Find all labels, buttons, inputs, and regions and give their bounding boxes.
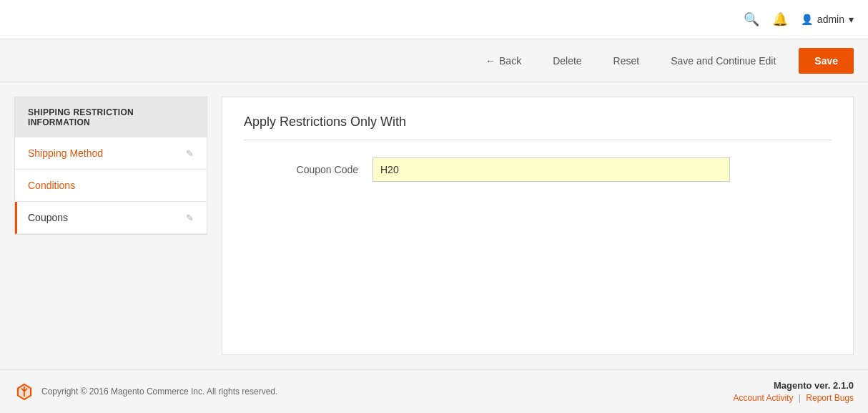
delete-button-label: Delete (553, 55, 581, 67)
coupon-code-input[interactable] (373, 157, 730, 182)
footer-copyright: Copyright © 2016 Magento Commerce Inc. A… (41, 387, 277, 397)
coupon-code-label: Coupon Code (244, 164, 373, 175)
sidebar-item-coupons[interactable]: Coupons ✎ (15, 202, 207, 234)
delete-button[interactable]: Delete (544, 49, 590, 72)
footer: Copyright © 2016 Magento Commerce Inc. A… (0, 369, 868, 413)
footer-links: Account Activity | Report Bugs (733, 393, 854, 403)
reset-button[interactable]: Reset (605, 49, 648, 72)
back-button[interactable]: ← Back (477, 49, 530, 72)
user-chevron-icon: ▾ (849, 14, 854, 25)
sidebar-item-shipping-method-label: Shipping Method (28, 147, 103, 159)
footer-right: Magento ver. 2.1.0 Account Activity | Re… (733, 380, 854, 403)
top-nav-icons: 🔍 🔔 👤 admin ▾ (744, 11, 854, 27)
sidebar-header: Shipping Restriction Information (15, 97, 207, 137)
sidebar-item-coupons-label: Coupons (28, 212, 68, 223)
reset-button-label: Reset (613, 55, 640, 67)
save-continue-label: Save and Continue Edit (671, 55, 776, 67)
report-bugs-link[interactable]: Report Bugs (806, 393, 854, 403)
toolbar: ← Back Delete Reset Save and Continue Ed… (0, 39, 868, 82)
admin-user-menu[interactable]: 👤 admin ▾ (801, 14, 854, 25)
admin-username: admin (817, 14, 844, 25)
account-activity-link[interactable]: Account Activity (733, 393, 793, 403)
main-content: Shipping Restriction Information Shippin… (0, 82, 868, 369)
save-button[interactable]: Save (799, 48, 854, 74)
back-button-label: Back (499, 55, 521, 67)
sidebar: Shipping Restriction Information Shippin… (14, 97, 207, 235)
sidebar-item-conditions[interactable]: Conditions (15, 170, 207, 202)
save-continue-button[interactable]: Save and Continue Edit (662, 49, 784, 72)
edit-icon-shipping: ✎ (186, 148, 194, 159)
footer-separator: | (799, 393, 801, 403)
search-icon[interactable]: 🔍 (744, 11, 759, 27)
sidebar-item-shipping-method[interactable]: Shipping Method ✎ (15, 137, 207, 170)
coupon-code-row: Coupon Code (244, 157, 832, 182)
content-panel: Apply Restrictions Only With Coupon Code (222, 97, 854, 355)
top-nav: 🔍 🔔 👤 admin ▾ (0, 0, 868, 39)
bell-icon[interactable]: 🔔 (772, 11, 788, 27)
back-arrow-icon: ← (485, 55, 495, 67)
section-title: Apply Restrictions Only With (244, 115, 832, 140)
magento-version: Magento ver. 2.1.0 (733, 380, 854, 391)
save-button-label: Save (814, 55, 838, 67)
footer-logo: Copyright © 2016 Magento Commerce Inc. A… (14, 382, 277, 402)
user-icon: 👤 (801, 14, 813, 25)
edit-icon-coupons: ✎ (186, 213, 194, 223)
sidebar-item-conditions-label: Conditions (28, 180, 75, 191)
magento-logo-icon (14, 382, 34, 402)
